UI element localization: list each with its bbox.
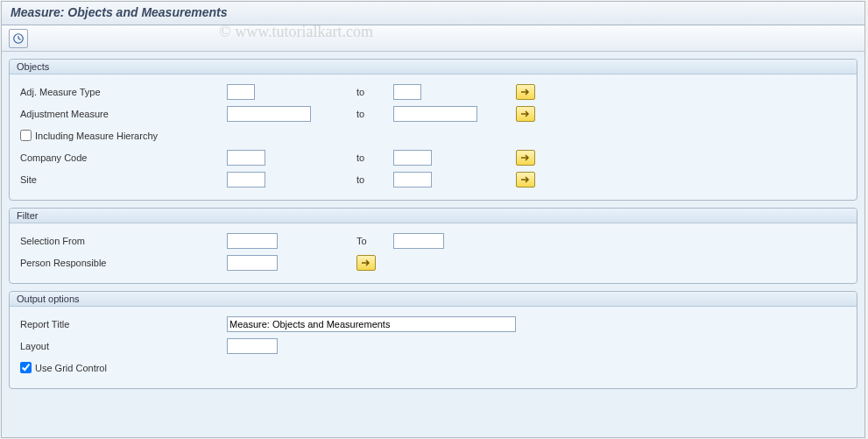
adjustment-measure-low[interactable] xyxy=(227,106,311,122)
row-layout: Layout xyxy=(17,336,850,356)
label-including-hierarchy: Including Measure Hierarchy xyxy=(35,131,158,141)
site-high[interactable] xyxy=(393,172,432,188)
adjustment-measure-high[interactable] xyxy=(393,106,477,122)
title-bar: Measure: Objects and Measurements xyxy=(2,2,864,25)
selection-from-low[interactable] xyxy=(227,233,278,249)
row-site: Site to xyxy=(17,169,850,189)
sep-label: to xyxy=(323,174,393,185)
person-responsible-input[interactable] xyxy=(227,255,278,271)
row-report-title: Report Title xyxy=(17,314,850,334)
window: Measure: Objects and Measurements Object… xyxy=(1,1,865,438)
row-adjustment-measure: Adjustment Measure to xyxy=(17,103,850,124)
arrow-right-icon xyxy=(520,175,531,184)
arrow-right-icon xyxy=(520,110,531,118)
group-header-output: Output options xyxy=(10,292,857,307)
adj-measure-type-high[interactable] xyxy=(393,84,421,100)
sep-label: to xyxy=(323,109,393,119)
label-adjustment-measure: Adjustment Measure xyxy=(17,109,227,119)
execute-button[interactable] xyxy=(9,29,28,48)
site-low[interactable] xyxy=(227,172,265,188)
company-code-high[interactable] xyxy=(393,150,432,166)
row-selection-from: Selection From To xyxy=(17,230,850,251)
row-company-code: Company Code to xyxy=(17,147,850,167)
report-title-input[interactable] xyxy=(227,316,516,332)
label-report-title: Report Title xyxy=(17,319,227,329)
group-objects: Objects Adj. Measure Type to Adjustment … xyxy=(9,59,857,201)
clock-execute-icon xyxy=(12,32,25,45)
company-code-low[interactable] xyxy=(227,150,265,166)
group-header-objects: Objects xyxy=(10,60,857,74)
row-adj-measure-type: Adj. Measure Type to xyxy=(17,81,850,102)
sep-label: To xyxy=(323,236,393,246)
label-layout: Layout xyxy=(17,341,227,351)
selection-from-high[interactable] xyxy=(393,233,444,249)
label-use-grid: Use Grid Control xyxy=(35,363,107,373)
page-title: Measure: Objects and Measurements xyxy=(11,5,856,19)
label-site: Site xyxy=(17,174,227,185)
label-adj-measure-type: Adj. Measure Type xyxy=(17,87,227,97)
row-use-grid: Use Grid Control xyxy=(17,358,850,378)
group-output-options: Output options Report Title Layout Use G… xyxy=(9,291,857,389)
multi-select-button[interactable] xyxy=(516,150,535,166)
row-person-responsible: Person Responsible xyxy=(17,252,850,273)
arrow-right-icon xyxy=(520,153,531,162)
group-filter: Filter Selection From To Person Responsi… xyxy=(9,208,857,284)
multi-select-button[interactable] xyxy=(356,255,376,271)
arrow-right-icon xyxy=(520,88,531,96)
sep-label: to xyxy=(323,87,393,97)
sep-label: to xyxy=(323,152,393,163)
multi-select-button[interactable] xyxy=(516,172,535,188)
group-header-filter: Filter xyxy=(10,209,857,223)
label-company-code: Company Code xyxy=(17,152,227,163)
arrow-right-icon xyxy=(361,258,371,267)
svg-line-2 xyxy=(18,39,21,39)
label-selection-from: Selection From xyxy=(17,236,227,246)
row-including-hierarchy: Including Measure Hierarchy xyxy=(17,125,850,145)
layout-input[interactable] xyxy=(227,338,278,354)
content-area: Objects Adj. Measure Type to Adjustment … xyxy=(2,52,864,437)
adj-measure-type-low[interactable] xyxy=(227,84,255,100)
including-hierarchy-checkbox[interactable] xyxy=(20,130,32,141)
use-grid-checkbox[interactable] xyxy=(20,362,32,373)
multi-select-button[interactable] xyxy=(516,84,535,100)
multi-select-button[interactable] xyxy=(516,106,535,122)
label-person-responsible: Person Responsible xyxy=(17,258,227,268)
application-toolbar xyxy=(2,25,864,52)
